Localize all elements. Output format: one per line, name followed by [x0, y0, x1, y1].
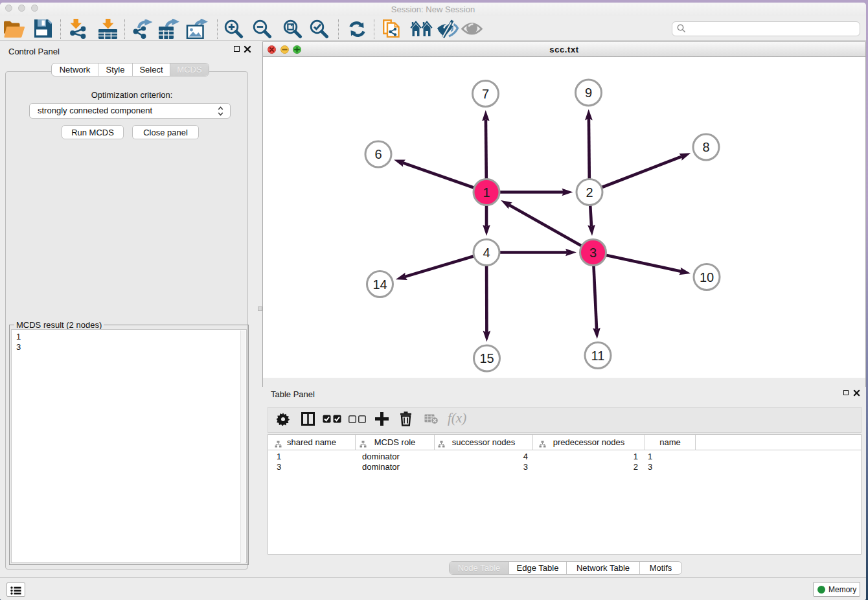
- svg-text:11: 11: [591, 349, 605, 363]
- svg-text:8: 8: [702, 140, 709, 154]
- svg-text:1: 1: [483, 185, 490, 200]
- svg-text:6: 6: [374, 147, 382, 161]
- svg-text:4: 4: [483, 246, 490, 260]
- svg-text:9: 9: [585, 86, 592, 100]
- svg-text:14: 14: [372, 277, 387, 292]
- svg-text:3: 3: [589, 246, 597, 260]
- svg-text:7: 7: [482, 87, 489, 101]
- svg-text:10: 10: [700, 270, 714, 284]
- svg-text:15: 15: [479, 351, 494, 365]
- svg-text:2: 2: [586, 185, 593, 200]
